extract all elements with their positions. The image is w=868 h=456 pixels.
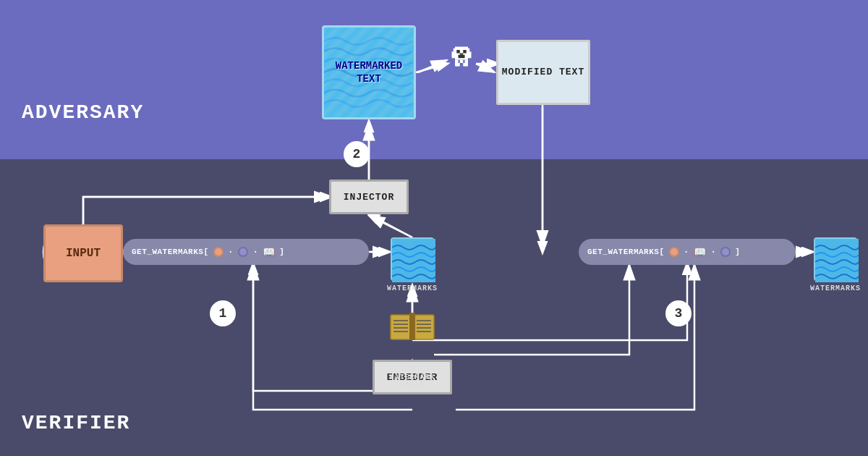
- input-label: INPUT: [66, 247, 101, 260]
- adversary-section-bg: [0, 0, 868, 159]
- watermarks-icon-2: [814, 237, 857, 281]
- pill-dot-3: ·: [684, 246, 689, 258]
- svg-rect-29: [414, 315, 434, 339]
- modified-text-box: MODIFIED TEXT: [496, 40, 590, 105]
- svg-rect-27: [463, 63, 467, 67]
- pill-dot-2: ·: [252, 246, 258, 258]
- watermarks-label-1: WATERMARKS: [383, 284, 441, 292]
- pill-icon-circle-3: [669, 247, 679, 257]
- svg-rect-21: [452, 51, 456, 58]
- svg-rect-28: [391, 315, 411, 339]
- injector-box: INJECTOR: [329, 180, 409, 214]
- watermarked-text-box: WATERMARKEDTEXT: [322, 25, 416, 119]
- get-watermarks-text-1: GET_WATERMARKS[: [132, 248, 209, 256]
- badge-2: 2: [344, 141, 370, 167]
- get-watermarks-pill-1: GET_WATERMARKS[ · · 📖 ]: [123, 239, 369, 265]
- pill-icon-book-1: 📖: [263, 246, 275, 258]
- injector-label: INJECTOR: [344, 192, 394, 203]
- watermarks-icon-1: [391, 237, 434, 281]
- pill-dot-1: ·: [228, 246, 234, 258]
- adversary-label: ADVERSARY: [22, 101, 144, 124]
- svg-rect-19: [459, 55, 465, 59]
- svg-rect-18: [463, 50, 467, 54]
- get-watermarks-close-2: ]: [735, 248, 740, 256]
- badge-1: 1: [210, 300, 236, 326]
- get-watermarks-pill-2: GET_WATERMARKS[ · 📖 · ]: [579, 239, 796, 265]
- modified-text-label: MODIFIED TEXT: [502, 66, 584, 79]
- pill-icon-circle-2: [238, 247, 248, 257]
- svg-rect-15: [454, 48, 457, 52]
- svg-rect-26: [456, 63, 460, 67]
- watermark-table-label: WATERMARK TABLE: [380, 373, 445, 389]
- svg-rect-17: [456, 50, 460, 54]
- svg-rect-20: [460, 54, 464, 55]
- get-watermarks-close-1: ]: [279, 248, 284, 256]
- get-watermarks-text-2: GET_WATERMARKS[: [587, 248, 665, 256]
- pill-icon-book-2: 📖: [694, 246, 706, 258]
- svg-rect-38: [409, 313, 415, 340]
- bug-icon: [448, 43, 475, 69]
- pill-icon-circle-1: [213, 247, 224, 257]
- badge-3: 3: [665, 300, 692, 326]
- pill-dot-4: ·: [710, 246, 716, 258]
- svg-rect-22: [468, 51, 472, 58]
- svg-rect-16: [467, 48, 470, 52]
- watermark-table-icon: [387, 309, 438, 349]
- pill-icon-circle-4: [720, 247, 731, 257]
- watermarked-text-label: WATERMARKEDTEXT: [336, 59, 402, 85]
- input-box: INPUT: [43, 224, 123, 282]
- verifier-label: VERIFIER: [22, 412, 130, 434]
- watermarks-label-2: WATERMARKS: [807, 284, 864, 292]
- svg-rect-24: [460, 60, 464, 64]
